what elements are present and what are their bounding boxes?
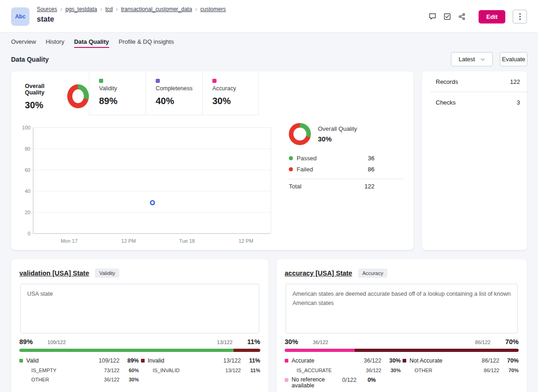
breadcrumb-separator: › bbox=[195, 6, 197, 12]
breadcrumb-customers[interactable]: customers bbox=[200, 6, 226, 12]
overall-quality-donut bbox=[67, 84, 89, 108]
checks-row: Checks 3 bbox=[422, 92, 527, 112]
record-stats-card: Records 122 Checks 3 bbox=[422, 71, 527, 250]
more-actions-button[interactable] bbox=[513, 10, 527, 23]
legend-label: Accurate bbox=[292, 357, 356, 364]
rule-label: IS_INVALID bbox=[153, 368, 216, 373]
rule-fraction: 73/122 bbox=[94, 368, 120, 373]
breadcrumb: Sources › pgs_testdata › tcd › transacti… bbox=[37, 6, 226, 12]
completeness-swatch-icon bbox=[156, 79, 160, 83]
legend-label: Valid bbox=[26, 357, 94, 364]
tab-data-quality[interactable]: Data Quality bbox=[74, 38, 109, 48]
check-stat-row: 89% 109/122 13/122 11% bbox=[19, 338, 260, 345]
total-value: 122 bbox=[364, 183, 374, 190]
overall-quality-summary: Overall Quality 30% Passed 36 Failed 86 bbox=[289, 123, 404, 190]
x-tick: 12 PM bbox=[121, 238, 136, 244]
sub-row-other: OTHER 86/122 70% bbox=[403, 366, 519, 375]
edit-button[interactable]: Edit bbox=[479, 10, 505, 23]
validity-swatch-icon bbox=[99, 79, 103, 83]
legend-fraction: 86/122 bbox=[474, 357, 499, 364]
y-tick: 80 bbox=[25, 146, 30, 152]
version-dropdown[interactable]: Latest bbox=[451, 52, 493, 66]
quality-trend-chart: 0 20 40 60 80 100 Mon 17 12 PM Tue 18 12… bbox=[15, 122, 282, 247]
legend-label: Invalid bbox=[148, 357, 216, 364]
tab-history[interactable]: History bbox=[46, 38, 64, 48]
dimension-badge: Validity bbox=[95, 269, 119, 278]
x-tick: Mon 17 bbox=[61, 238, 78, 244]
failed-value: 86 bbox=[368, 166, 374, 173]
check-description: USA state bbox=[20, 284, 259, 333]
check-title-link[interactable]: accuracy [USA] State bbox=[285, 269, 352, 277]
legend-row-not-accurate: Not Accurate 86/122 70% bbox=[403, 356, 519, 366]
not-accurate-swatch-icon bbox=[403, 359, 406, 363]
passed-row: Passed 36 bbox=[289, 152, 404, 164]
rule-percent: 30% bbox=[381, 368, 401, 373]
tile-completeness: Completeness 40% bbox=[146, 71, 202, 115]
tab-overview[interactable]: Overview bbox=[11, 38, 36, 48]
overall-quality-donut bbox=[289, 123, 311, 145]
rule-percent: 60% bbox=[120, 368, 139, 373]
records-row: Records 122 bbox=[422, 71, 527, 92]
breadcrumb-tcd[interactable]: tcd bbox=[105, 6, 113, 12]
evaluate-button[interactable]: Evaluate bbox=[500, 52, 527, 66]
breadcrumb-table[interactable]: transactional_customer_data bbox=[121, 6, 192, 12]
share-icon[interactable] bbox=[458, 13, 466, 20]
chevron-down-icon bbox=[480, 58, 485, 61]
validation-check-card: validation [USA] State Validity USA stat… bbox=[11, 259, 269, 392]
legend-label: No reference available bbox=[292, 377, 331, 389]
check-title-link[interactable]: validation [USA] State bbox=[19, 269, 89, 277]
comment-icon[interactable] bbox=[429, 13, 436, 20]
rule-fraction: 13/122 bbox=[216, 368, 241, 373]
passed-percent: 89% bbox=[19, 338, 33, 345]
breadcrumb-pgs-testdata[interactable]: pgs_testdata bbox=[65, 6, 97, 12]
legend-percent: 70% bbox=[499, 357, 519, 364]
valid-bar-segment bbox=[19, 349, 234, 352]
no-reference-swatch-icon bbox=[285, 378, 288, 382]
task-check-icon[interactable] bbox=[444, 13, 451, 20]
not-accurate-percent: 70% bbox=[505, 338, 519, 345]
legend-percent: 89% bbox=[120, 357, 139, 364]
x-tick: 12 PM bbox=[239, 238, 253, 244]
tile-value: 40% bbox=[156, 96, 202, 106]
accuracy-check-card: accuracy [USA] State Accuracy American s… bbox=[276, 259, 527, 392]
sub-row-is-invalid: IS_INVALID 13/122 11% bbox=[141, 366, 261, 375]
page-header: Abc Sources › pgs_testdata › tcd › trans… bbox=[0, 0, 538, 33]
legend-fraction: 109/122 bbox=[94, 357, 120, 364]
rule-label: OTHER bbox=[415, 368, 474, 373]
page-title: state bbox=[37, 15, 54, 23]
checks-value: 3 bbox=[517, 99, 520, 106]
failed-fraction: 13/122 bbox=[217, 339, 233, 345]
tile-label: Accuracy bbox=[212, 85, 258, 92]
failed-label: Failed bbox=[297, 166, 313, 173]
breadcrumb-sources[interactable]: Sources bbox=[37, 6, 57, 12]
rule-label: IS_ACCURATE bbox=[297, 368, 356, 373]
result-bar bbox=[19, 349, 260, 352]
tile-label: Validity bbox=[99, 85, 146, 92]
legend-fraction: 13/122 bbox=[216, 357, 241, 364]
y-tick: 40 bbox=[25, 188, 30, 194]
invalid-swatch-icon bbox=[141, 359, 145, 363]
y-tick: 20 bbox=[25, 210, 30, 215]
sub-row-is-empty: IS_EMPTY 73/122 60% bbox=[19, 366, 139, 375]
legend-row-invalid: Invalid 13/122 11% bbox=[141, 356, 261, 366]
y-tick: 0 bbox=[28, 231, 30, 236]
not-accurate-bar-segment bbox=[355, 349, 519, 352]
metric-tiles: Overall Quality 30% Validity 89% Complet… bbox=[11, 71, 414, 115]
tab-bar: Overview History Data Quality Profile & … bbox=[11, 38, 174, 48]
data-quality-overview-card: Overall Quality 30% Validity 89% Complet… bbox=[11, 71, 414, 250]
passed-label: Passed bbox=[297, 155, 316, 162]
tab-profile-dq-insights[interactable]: Profile & DQ insights bbox=[119, 38, 174, 48]
rule-percent: 11% bbox=[241, 368, 260, 373]
rule-fraction: 36/122 bbox=[94, 377, 120, 382]
records-value: 122 bbox=[510, 78, 520, 85]
tile-value: 30% bbox=[212, 96, 258, 106]
total-row: Total 122 bbox=[289, 183, 404, 190]
tile-label: Overall Quality bbox=[25, 83, 62, 96]
breadcrumb-separator: › bbox=[100, 6, 102, 12]
check-stat-row: 30% 36/122 86/122 70% bbox=[285, 338, 519, 345]
tile-label: Completeness bbox=[156, 85, 202, 92]
legend-percent: 30% bbox=[381, 357, 401, 364]
checks-label: Checks bbox=[436, 99, 456, 106]
tile-accuracy: Accuracy 30% bbox=[202, 71, 259, 115]
rule-fraction: 86/122 bbox=[474, 368, 499, 373]
